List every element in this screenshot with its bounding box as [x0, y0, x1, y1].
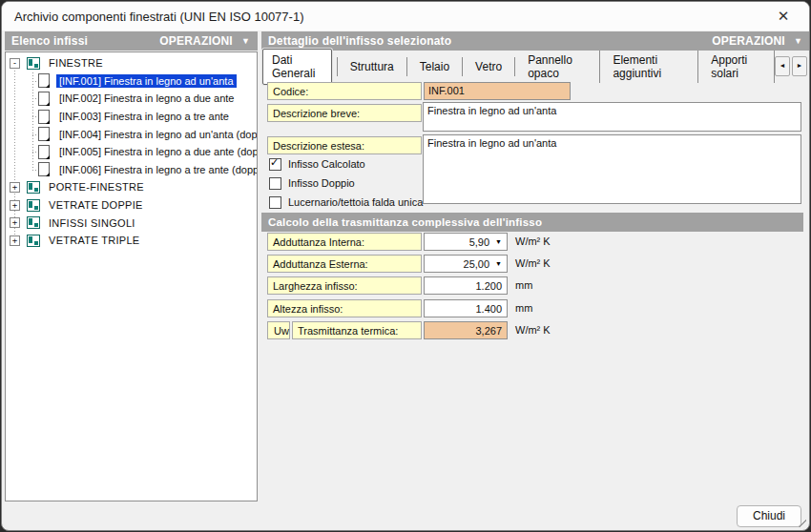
- descrizione-breve-field[interactable]: Finestra in legno ad un'anta: [423, 102, 801, 132]
- descrizione-estesa-field[interactable]: Finestra in legno ad un'anta: [423, 134, 801, 204]
- tree-label: [INF.003] Finestra in legno a tre ante: [56, 110, 232, 123]
- unit-label: W/m² K: [515, 235, 551, 247]
- adduttanza-esterna-dropdown[interactable]: ▼25,00: [424, 255, 508, 273]
- tree-label: [INF.006] Finestra in legno a tre ante (…: [56, 163, 258, 176]
- tab-pannello-opaco[interactable]: Pannello opaco: [515, 51, 600, 83]
- archivio-dialog: Archivio componenti finestrati (UNI EN I…: [1, 1, 810, 531]
- unit-label: W/m² K: [515, 257, 551, 269]
- tab-apporti-solari[interactable]: Apporti solari: [698, 51, 775, 83]
- tab-vetro[interactable]: Vetro: [463, 57, 515, 76]
- document-icon: [38, 73, 50, 88]
- document-icon: [38, 92, 50, 106]
- left-operazioni-menu[interactable]: OPERAZIONI ▼: [159, 34, 250, 48]
- tree-category-porte-finestre[interactable]: + PORTE-FINESTRE: [6, 178, 257, 196]
- tree-category-vetrate-doppie[interactable]: + VETRATE DOPPIE: [6, 196, 257, 215]
- codice-label: Codice:: [267, 82, 422, 100]
- tree-label: PORTE-FINESTRE: [46, 180, 147, 194]
- dropdown-arrow-icon[interactable]: ▼: [495, 238, 502, 245]
- tab-scroll-buttons: ◄ ►: [775, 56, 809, 76]
- detail-panel-header: Dettaglio dell'infisso selezionato OPERA…: [261, 31, 810, 51]
- expand-icon[interactable]: +: [10, 217, 20, 228]
- tree-label: INFISSI SINGOLI: [46, 216, 138, 230]
- collapse-icon[interactable]: -: [10, 58, 20, 69]
- dropdown-arrow-icon[interactable]: ▼: [495, 260, 502, 267]
- tree-label: FINESTRE: [46, 56, 106, 70]
- infissi-tree: - FINESTRE [INF.001] Finestra in legno a…: [5, 51, 258, 501]
- title-bar: Archivio componenti finestrati (UNI EN I…: [2, 2, 809, 31]
- checkbox-unchecked-icon[interactable]: ✓: [269, 177, 281, 190]
- detail-operazioni-menu[interactable]: OPERAZIONI ▼: [712, 34, 802, 48]
- tree-label: [INF.002] Finestra in legno a due ante: [56, 92, 237, 105]
- category-icon: [27, 235, 40, 247]
- field-value: 25,00: [464, 258, 490, 270]
- unit-label: mm: [515, 279, 532, 291]
- expand-icon[interactable]: +: [10, 235, 20, 246]
- tab-scroll-left-icon[interactable]: ◄: [775, 56, 790, 76]
- field-label: Adduttanza Esterna:: [267, 255, 422, 273]
- field-label: Trasmittanza termica:: [292, 321, 422, 339]
- chiudi-button[interactable]: Chiudi: [737, 505, 801, 527]
- category-icon: [27, 181, 40, 194]
- expand-icon[interactable]: +: [10, 182, 20, 193]
- expand-icon[interactable]: +: [10, 200, 20, 211]
- tree-category-finestre[interactable]: - FINESTRE: [6, 54, 257, 72]
- tree-label-selected: [INF.001] Finestra in legno ad un'anta: [56, 74, 237, 88]
- checkbox-unchecked-icon[interactable]: ✓: [269, 196, 281, 209]
- category-icon: [27, 216, 40, 229]
- window-title: Archivio componenti finestrati (UNI EN I…: [14, 10, 303, 24]
- resize-grip[interactable]: [798, 519, 806, 527]
- unit-label: mm: [515, 302, 532, 314]
- tab-dati-generali[interactable]: Dati Generali: [262, 49, 332, 85]
- tab-elementi-aggiuntivi[interactable]: Elementi aggiuntivi: [600, 51, 698, 83]
- tree-connector: [14, 65, 15, 240]
- tree-item-inf002[interactable]: [INF.002] Finestra in legno a due ante: [6, 90, 257, 108]
- tree-item-inf001[interactable]: [INF.001] Finestra in legno ad un'anta: [6, 72, 257, 91]
- unit-label: W/m² K: [515, 324, 551, 336]
- detail-operazioni-label: OPERAZIONI: [712, 34, 785, 48]
- tab-struttura[interactable]: Struttura: [337, 57, 407, 76]
- tree-category-infissi-singoli[interactable]: + INFISSI SINGOLI: [6, 214, 257, 232]
- tree-category-vetrate-triple[interactable]: + VETRATE TRIPLE: [6, 232, 257, 250]
- larghezza-field[interactable]: 1.200: [424, 276, 508, 295]
- tree-item-inf005[interactable]: [INF.005] Finestra in legno a due ante (…: [6, 143, 257, 161]
- altezza-field[interactable]: 1.400: [424, 299, 508, 317]
- tree-item-inf004[interactable]: [INF.004] Finestra in legno ad un'anta (…: [6, 125, 257, 143]
- tree-label: VETRATE DOPPIE: [46, 198, 146, 212]
- checkbox-lucernario[interactable]: ✓ Lucernario/tettoia falda unica: [269, 195, 423, 209]
- tab-telaio[interactable]: Telaio: [407, 57, 463, 76]
- tree-item-inf003[interactable]: [INF.003] Finestra in legno a tre ante: [6, 108, 257, 126]
- chevron-down-icon: ▼: [241, 37, 250, 46]
- document-icon: [38, 145, 50, 159]
- checkbox-infisso-doppio[interactable]: ✓ Infisso Doppio: [269, 176, 355, 190]
- checkbox-label: Lucernario/tettoia falda unica: [288, 196, 423, 208]
- close-icon[interactable]: ✕: [769, 8, 798, 25]
- field-label: Adduttanza Interna:: [267, 233, 422, 251]
- left-panel-header: Elenco infissi OPERAZIONI ▼: [5, 31, 258, 51]
- trasmittanza-value: 3,267: [424, 321, 508, 339]
- calc-section-header: Calcolo della trasmittanza complessiva d…: [261, 213, 803, 232]
- field-label: Larghezza infisso:: [267, 276, 422, 295]
- checkbox-label: Infisso Calcolato: [288, 158, 365, 170]
- descrizione-breve-label: Descrizione breve:: [267, 104, 422, 122]
- tree-connector: [32, 72, 33, 170]
- field-label: Altezza infisso:: [267, 299, 422, 317]
- category-icon: [27, 199, 40, 212]
- tab-scroll-right-icon[interactable]: ►: [792, 56, 807, 76]
- detail-tabs: Dati Generali Struttura Telaio Vetro Pan…: [262, 53, 809, 79]
- detail-panel-title: Dettaglio dell'infisso selezionato: [268, 34, 451, 48]
- tree-item-inf006[interactable]: [INF.006] Finestra in legno a tre ante (…: [6, 161, 257, 179]
- check-icon: ✓: [270, 156, 279, 169]
- document-icon: [38, 110, 50, 124]
- checkbox-checked-icon[interactable]: ✓: [269, 158, 281, 171]
- descrizione-estesa-label: Descrizione estesa:: [267, 136, 422, 154]
- tree-label: [INF.004] Finestra in legno ad un'anta (…: [56, 128, 258, 141]
- left-operazioni-label: OPERAZIONI: [159, 34, 233, 48]
- checkbox-label: Infisso Doppio: [288, 177, 355, 189]
- left-panel-title: Elenco infissi: [11, 34, 88, 48]
- field-value: 5,90: [469, 236, 489, 248]
- codice-field[interactable]: INF.001: [424, 82, 571, 100]
- checkbox-infisso-calcolato[interactable]: ✓ Infisso Calcolato: [269, 157, 365, 171]
- adduttanza-interna-dropdown[interactable]: ▼5,90: [424, 233, 508, 251]
- chevron-down-icon: ▼: [794, 37, 802, 46]
- tree-label: VETRATE TRIPLE: [46, 234, 142, 247]
